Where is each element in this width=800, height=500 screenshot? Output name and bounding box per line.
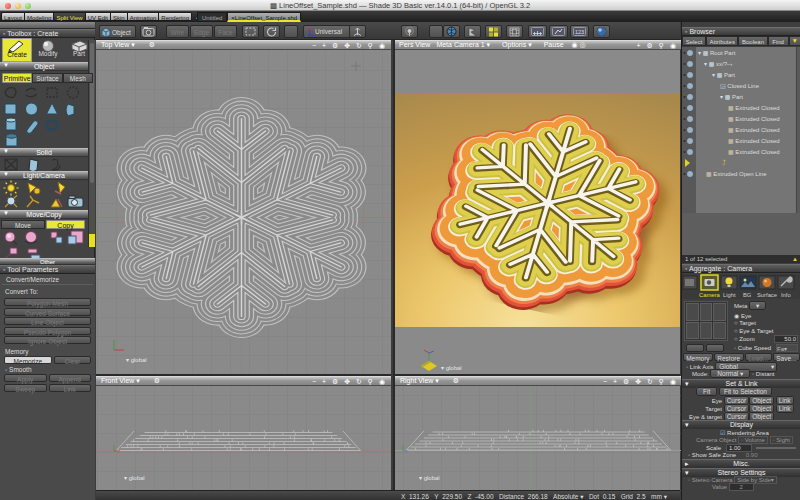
svg-text:▾ global: ▾ global bbox=[419, 475, 440, 481]
svg-text:Light: Light bbox=[723, 292, 736, 298]
svg-text:Info: Info bbox=[781, 292, 791, 298]
svg-text:▾ global: ▾ global bbox=[126, 357, 147, 363]
svg-text:Camera: Camera bbox=[699, 292, 720, 298]
svg-text:123: 123 bbox=[575, 29, 584, 35]
svg-text:Surface: Surface bbox=[757, 292, 777, 298]
svg-text:▾ global: ▾ global bbox=[124, 475, 145, 481]
svg-text:▾ global: ▾ global bbox=[441, 365, 462, 371]
svg-text:BG: BG bbox=[743, 292, 752, 298]
